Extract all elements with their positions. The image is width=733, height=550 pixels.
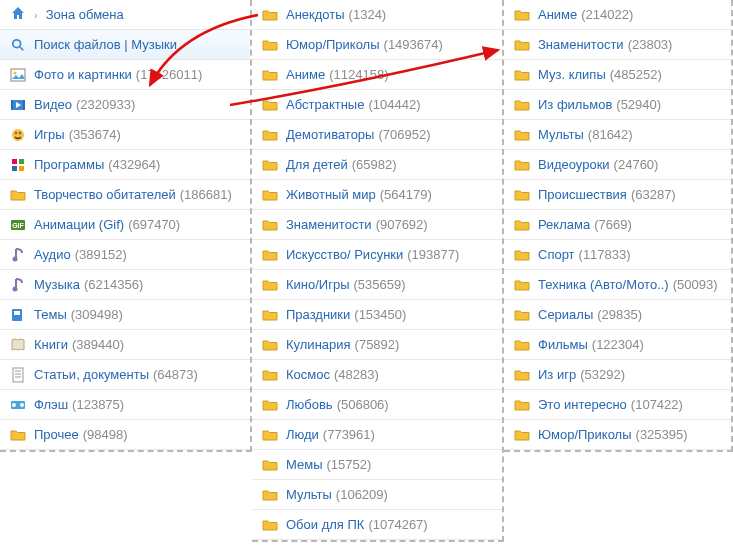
item-label[interactable]: Музыка bbox=[34, 277, 80, 292]
list-item[interactable]: Статьи, документы(64873) bbox=[0, 360, 250, 390]
list-item[interactable]: Демотиваторы(706952) bbox=[252, 120, 502, 150]
item-label[interactable]: Животный мир bbox=[286, 187, 376, 202]
list-item[interactable]: Кино/Игры(535659) bbox=[252, 270, 502, 300]
list-item[interactable]: Кулинария(75892) bbox=[252, 330, 502, 360]
list-item[interactable]: Знаменитости(23803) bbox=[504, 30, 731, 60]
list-item[interactable]: Мульты(106209) bbox=[252, 480, 502, 510]
item-label[interactable]: Темы bbox=[34, 307, 67, 322]
flash-icon bbox=[10, 397, 26, 413]
list-item[interactable]: Мемы(15752) bbox=[252, 450, 502, 480]
item-label[interactable]: Происшествия bbox=[538, 187, 627, 202]
list-item[interactable]: Темы(309498) bbox=[0, 300, 250, 330]
folder-icon bbox=[262, 247, 278, 263]
item-label[interactable]: Мемы bbox=[286, 457, 323, 472]
item-label[interactable]: Юмор/Приколы bbox=[538, 427, 632, 442]
item-label[interactable]: Программы bbox=[34, 157, 104, 172]
list-item[interactable]: Игры(353674) bbox=[0, 120, 250, 150]
item-label[interactable]: Прочее bbox=[34, 427, 79, 442]
item-label[interactable]: Знаменитости bbox=[538, 37, 624, 52]
item-label[interactable]: Кино/Игры bbox=[286, 277, 350, 292]
list-item[interactable]: Программы(432964) bbox=[0, 150, 250, 180]
item-label[interactable]: Искусство/ Рисунки bbox=[286, 247, 403, 262]
list-item[interactable]: Животный мир(564179) bbox=[252, 180, 502, 210]
item-label[interactable]: Из фильмов bbox=[538, 97, 612, 112]
item-label[interactable]: Муз. клипы bbox=[538, 67, 606, 82]
list-item[interactable]: Анекдоты(1324) bbox=[252, 0, 502, 30]
list-item[interactable]: Происшествия(63287) bbox=[504, 180, 731, 210]
item-label[interactable]: Спорт bbox=[538, 247, 575, 262]
list-item[interactable]: Праздники(153450) bbox=[252, 300, 502, 330]
list-item[interactable]: Для детей(65982) bbox=[252, 150, 502, 180]
list-item[interactable]: Книги(389440) bbox=[0, 330, 250, 360]
item-label[interactable]: Мульты bbox=[286, 487, 332, 502]
list-item[interactable]: GIFАнимации (Gif)(697470) bbox=[0, 210, 250, 240]
item-label[interactable]: Техника (Авто/Мото..) bbox=[538, 277, 669, 292]
list-item[interactable]: Спорт(117833) bbox=[504, 240, 731, 270]
list-item[interactable]: Из фильмов(52940) bbox=[504, 90, 731, 120]
list-item[interactable]: Искусство/ Рисунки(193877) bbox=[252, 240, 502, 270]
list-item[interactable]: Аниме(1124158) bbox=[252, 60, 502, 90]
svg-line-1 bbox=[20, 46, 24, 50]
list-item[interactable]: Это интересно(107422) bbox=[504, 390, 731, 420]
list-item[interactable]: Аудио(389152) bbox=[0, 240, 250, 270]
item-label[interactable]: Игры bbox=[34, 127, 65, 142]
item-label[interactable]: Анимации (Gif) bbox=[34, 217, 124, 232]
list-item[interactable]: Видео(2320933) bbox=[0, 90, 250, 120]
item-label[interactable]: Книги bbox=[34, 337, 68, 352]
item-label[interactable]: Аниме bbox=[538, 7, 577, 22]
list-item[interactable]: Мульты(81642) bbox=[504, 120, 731, 150]
home-icon[interactable] bbox=[10, 5, 26, 24]
item-label[interactable]: Для детей bbox=[286, 157, 348, 172]
list-item[interactable]: Абстрактные(104442) bbox=[252, 90, 502, 120]
list-item[interactable]: Фильмы(122304) bbox=[504, 330, 731, 360]
item-label[interactable]: Из игр bbox=[538, 367, 576, 382]
list-item[interactable]: Техника (Авто/Мото..)(50093) bbox=[504, 270, 731, 300]
item-label[interactable]: Абстрактные bbox=[286, 97, 364, 112]
item-label[interactable]: Флэш bbox=[34, 397, 68, 412]
list-item[interactable]: Прочее(98498) bbox=[0, 420, 250, 450]
list-item[interactable]: Юмор/Приколы(325395) bbox=[504, 420, 731, 450]
item-label[interactable]: Видеоуроки bbox=[538, 157, 610, 172]
list-item[interactable]: Любовь(506806) bbox=[252, 390, 502, 420]
list-item[interactable]: Творчество обитателей(186681) bbox=[0, 180, 250, 210]
item-label[interactable]: Любовь bbox=[286, 397, 333, 412]
item-label[interactable]: Фото и картинки bbox=[34, 67, 132, 82]
item-label[interactable]: Фильмы bbox=[538, 337, 588, 352]
item-label[interactable]: Мульты bbox=[538, 127, 584, 142]
list-item[interactable]: Из игр(53292) bbox=[504, 360, 731, 390]
list-item[interactable]: Сериалы(29835) bbox=[504, 300, 731, 330]
item-count: (432964) bbox=[108, 157, 160, 172]
list-item[interactable]: Флэш(123875) bbox=[0, 390, 250, 420]
list-item[interactable]: Юмор/Приколы(1493674) bbox=[252, 30, 502, 60]
list-item[interactable]: Космос(48283) bbox=[252, 360, 502, 390]
item-label[interactable]: Творчество обитателей bbox=[34, 187, 176, 202]
item-label[interactable]: Космос bbox=[286, 367, 330, 382]
item-label[interactable]: Аниме bbox=[286, 67, 325, 82]
list-item[interactable]: Музыка(6214356) bbox=[0, 270, 250, 300]
item-label[interactable]: Демотиваторы bbox=[286, 127, 374, 142]
item-label[interactable]: Сериалы bbox=[538, 307, 593, 322]
item-label[interactable]: Анекдоты bbox=[286, 7, 345, 22]
item-label[interactable]: Люди bbox=[286, 427, 319, 442]
list-item[interactable]: Фото и картинки(17426011) bbox=[0, 60, 250, 90]
item-label[interactable]: Юмор/Приколы bbox=[286, 37, 380, 52]
folder-icon bbox=[262, 517, 278, 533]
list-item[interactable]: Люди(773961) bbox=[252, 420, 502, 450]
list-item[interactable]: Видеоуроки(24760) bbox=[504, 150, 731, 180]
list-item[interactable]: Реклама(7669) bbox=[504, 210, 731, 240]
list-item[interactable]: Обои для ПК(1074267) bbox=[252, 510, 502, 540]
item-label[interactable]: Видео bbox=[34, 97, 72, 112]
item-label[interactable]: Статьи, документы bbox=[34, 367, 149, 382]
item-label[interactable]: Аудио bbox=[34, 247, 71, 262]
item-label[interactable]: Это интересно bbox=[538, 397, 627, 412]
item-label[interactable]: Кулинария bbox=[286, 337, 351, 352]
item-label[interactable]: Реклама bbox=[538, 217, 590, 232]
list-item[interactable]: Муз. клипы(485252) bbox=[504, 60, 731, 90]
list-item[interactable]: Знаменитости(907692) bbox=[252, 210, 502, 240]
item-label[interactable]: Обои для ПК bbox=[286, 517, 364, 532]
item-label[interactable]: Праздники bbox=[286, 307, 350, 322]
list-item[interactable]: Аниме(214022) bbox=[504, 0, 731, 30]
item-label[interactable]: Знаменитости bbox=[286, 217, 372, 232]
breadcrumb-section[interactable]: Зона обмена bbox=[46, 7, 124, 22]
search-row[interactable]: Поиск файлов | Музыки bbox=[0, 30, 250, 60]
